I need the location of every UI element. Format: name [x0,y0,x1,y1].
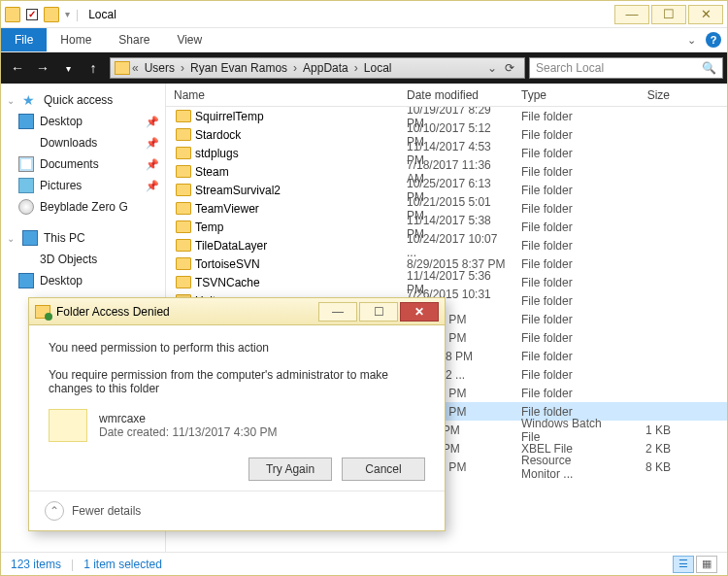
dialog-file-name: wmrcaxe [99,412,277,425]
dialog-close-button[interactable]: ✕ [400,302,439,322]
nav-item[interactable]: Beyblade Zero G [1,196,165,218]
address-bar[interactable]: « Users › Ryan Evan Ramos › AppData › Lo… [110,57,525,79]
minimize-button[interactable]: — [614,5,649,24]
forward-button[interactable]: → [30,56,55,80]
help-icon[interactable]: ? [706,32,721,48]
table-row[interactable]: TileDataLayer10/24/2017 10:07 ...File fo… [166,236,727,254]
nav-label: 3D Objects [40,253,97,266]
dialog-titlebar[interactable]: Folder Access Denied — ☐ ✕ [29,298,445,325]
breadcrumb-seg[interactable]: Users [141,61,179,75]
item-count: 123 items [11,558,61,571]
file-name: TeamViewer [195,202,259,216]
ribbon-collapse-icon[interactable]: ⌄ [683,34,700,47]
file-type: Resource Monitor ... [513,454,620,481]
qat-dropdown-icon[interactable]: ▾ [65,9,70,19]
nav-item[interactable]: Desktop📌 [1,111,165,132]
cancel-button[interactable]: Cancel [342,457,425,481]
cube-icon [18,252,34,267]
file-type: File folder [513,202,620,216]
breadcrumb-seg[interactable]: Ryan Evan Ramos [186,61,291,75]
folder-icon [44,7,59,22]
tab-view[interactable]: View [163,28,215,51]
search-input[interactable]: Search Local 🔍 [529,57,723,79]
try-again-button[interactable]: Try Again [248,457,332,481]
refresh-icon[interactable]: ⟳ [499,61,520,75]
column-name[interactable]: Name [166,88,399,102]
column-size[interactable]: Size [620,88,678,102]
nav-item[interactable]: Desktop [1,270,165,291]
folder-icon [176,165,191,178]
folder-icon [176,239,191,252]
qat-checkbox-icon[interactable]: ✓ [26,9,38,20]
pic-icon [18,178,34,193]
column-type[interactable]: Type [513,88,620,102]
folder-shield-icon [35,305,50,319]
dialog-minimize-button[interactable]: — [318,302,357,322]
dialog-file-meta: Date created: 11/13/2017 4:30 PM [99,425,277,439]
star-icon: ★ [22,92,38,108]
maximize-button[interactable]: ☐ [651,5,686,24]
file-size: 8 KB [620,460,678,474]
caret-icon[interactable]: ⌄ [7,233,17,244]
file-name: TileDataLayer [195,239,267,253]
chevron-icon[interactable]: › [293,61,297,75]
nav-label: Beyblade Zero G [40,200,128,214]
breadcrumb-seg[interactable]: Local [360,61,396,75]
download-icon [18,135,34,151]
file-name: StreamSurvival2 [195,184,281,197]
file-size: 2 KB [620,442,678,456]
file-type: File folder [513,331,620,345]
pin-icon: 📌 [146,180,159,192]
fewer-details-link[interactable]: Fewer details [72,504,141,518]
file-tab[interactable]: File [1,28,47,51]
file-type: File folder [513,110,620,123]
nav-item[interactable]: Downloads📌 [1,132,165,153]
pc-icon [22,230,38,246]
details-view-button[interactable]: ☰ [673,556,694,573]
folder-icon [176,128,191,141]
close-button[interactable]: ✕ [688,5,723,24]
history-dropdown[interactable]: ▾ [55,56,81,80]
icons-view-button[interactable]: ▦ [696,556,717,573]
folder-icon [5,7,20,22]
folder-icon [176,220,191,233]
statusbar: 123 items | 1 item selected ☰ ▦ [1,552,727,575]
folder-icon [176,147,191,159]
chevron-up-icon[interactable]: ⌃ [45,501,64,521]
file-type: File folder [513,257,620,271]
tab-home[interactable]: Home [47,28,105,51]
nav-item[interactable]: Documents📌 [1,153,165,175]
monitor-icon [18,273,34,288]
this-pc[interactable]: ⌄ This PC [1,227,165,249]
dialog-message-1: You need permission to perform this acti… [49,341,425,355]
file-type: File folder [513,350,620,363]
window-title: Local [88,8,116,21]
quick-access[interactable]: ⌄ ★ Quick access [1,89,165,111]
address-dropdown-icon[interactable]: ⌄ [487,61,497,75]
file-type: File folder [513,387,620,400]
up-button[interactable]: ↑ [81,56,106,80]
pin-icon: 📌 [146,158,159,171]
chevron-icon[interactable]: › [181,61,184,75]
file-date: 10/24/2017 10:07 ... [399,232,513,259]
this-pc-label: This PC [44,231,85,245]
folder-icon [176,184,191,196]
nav-item[interactable]: Pictures📌 [1,175,165,196]
breadcrumb-seg[interactable]: AppData [299,61,352,75]
nav-label: Downloads [40,136,97,150]
folder-icon [49,409,87,442]
file-name: Stardock [195,128,241,142]
column-date[interactable]: Date modified [399,88,513,102]
chevron-icon[interactable]: › [354,61,358,75]
tab-share[interactable]: Share [105,28,163,51]
caret-icon[interactable]: ⌄ [7,95,17,106]
back-button[interactable]: ← [5,56,30,80]
folder-icon [176,276,191,288]
nav-label: Desktop [40,274,83,288]
nav-item[interactable]: 3D Objects [1,249,165,270]
titlebar: ✓ ▾ | Local — ☐ ✕ [1,1,727,28]
dialog-title: Folder Access Denied [56,305,170,319]
file-name: stdplugs [195,147,239,160]
dialog-message-2: You require permission from the computer… [49,368,425,395]
dialog-maximize-button[interactable]: ☐ [359,302,398,322]
